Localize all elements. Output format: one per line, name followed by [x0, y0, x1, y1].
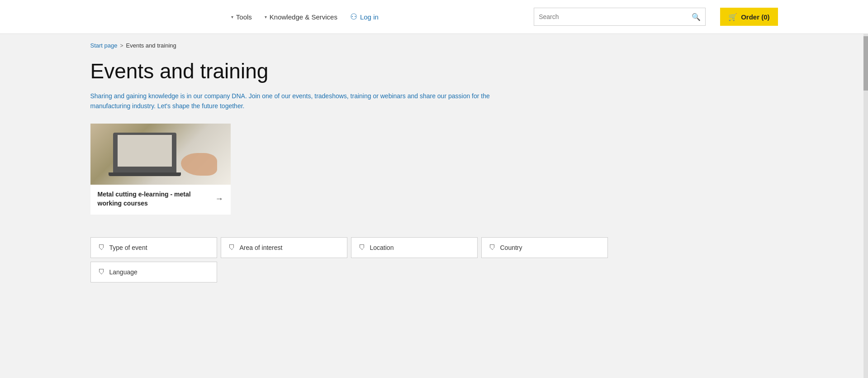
filter-row-1: ⛉ Type of event ⛉ Area of interest ⛉ Loc… — [90, 237, 778, 258]
scrollbar-track[interactable] — [863, 0, 868, 378]
search-box[interactable]: 🔍 — [534, 8, 706, 26]
filter-type-of-event[interactable]: ⛉ Type of event — [90, 237, 217, 258]
breadcrumb-separator: > — [120, 43, 123, 49]
search-input[interactable] — [539, 13, 692, 20]
filter-country-label: Country — [500, 244, 522, 251]
card-arrow-icon: → — [215, 194, 223, 204]
breadcrumb-start[interactable]: Start page — [90, 42, 118, 49]
page-description: Sharing and gaining knowledge is in our … — [90, 91, 498, 111]
search-icon[interactable]: 🔍 — [692, 13, 701, 21]
filter-location[interactable]: ⛉ Location — [351, 237, 478, 258]
nav-knowledge-label: Knowledge & Services — [270, 13, 337, 21]
card-grid: Metal cutting e-learning - metal working… — [90, 124, 778, 214]
laptop-icon — [113, 133, 176, 173]
filter-section: ⛉ Type of event ⛉ Area of interest ⛉ Loc… — [90, 237, 778, 282]
filter-language[interactable]: ⛉ Language — [90, 262, 217, 282]
nav-tools[interactable]: ▾ Tools — [231, 13, 252, 21]
card-body[interactable]: Metal cutting e-learning - metal working… — [90, 185, 231, 214]
laptop-base — [109, 172, 181, 176]
nav-tools-label: Tools — [236, 13, 252, 21]
nav-knowledge[interactable]: ▾ Knowledge & Services — [265, 13, 337, 21]
scrollbar-thumb[interactable] — [863, 36, 868, 91]
funnel-icon-country: ⛉ — [489, 244, 496, 251]
card-image-placeholder — [90, 124, 231, 185]
tools-chevron-icon: ▾ — [231, 14, 233, 19]
nav-login[interactable]: ⚇ Log in — [350, 12, 379, 22]
breadcrumb: Start page > Events and training — [72, 34, 796, 49]
event-card[interactable]: Metal cutting e-learning - metal working… — [90, 124, 231, 214]
funnel-icon-type: ⛉ — [98, 244, 105, 251]
breadcrumb-current: Events and training — [126, 42, 176, 49]
main-nav: ▾ Tools ▾ Knowledge & Services ⚇ Log in — [90, 12, 520, 22]
filter-location-label: Location — [370, 244, 394, 251]
filter-language-label: Language — [109, 268, 138, 276]
main-content: Events and training Sharing and gaining … — [72, 60, 796, 282]
card-image — [90, 124, 231, 185]
person-icon: ⚇ — [350, 12, 357, 22]
nav-login-label: Log in — [360, 13, 379, 21]
laptop-screen — [118, 135, 172, 167]
order-button-label: Order (0) — [741, 13, 769, 21]
funnel-icon-language: ⛉ — [98, 268, 105, 276]
page-title: Events and training — [90, 60, 778, 83]
knowledge-chevron-icon: ▾ — [265, 14, 267, 19]
filter-area-of-interest[interactable]: ⛉ Area of interest — [221, 237, 347, 258]
filter-area-label: Area of interest — [240, 244, 283, 251]
funnel-icon-area: ⛉ — [228, 244, 235, 251]
card-title: Metal cutting e-learning - metal working… — [98, 190, 211, 208]
funnel-icon-location: ⛉ — [359, 244, 365, 251]
cart-icon: 🛒 — [728, 13, 737, 21]
order-button[interactable]: 🛒 Order (0) — [720, 8, 778, 26]
hand-visual — [181, 153, 217, 176]
filter-country[interactable]: ⛉ Country — [481, 237, 608, 258]
site-header: ▾ Tools ▾ Knowledge & Services ⚇ Log in … — [0, 0, 868, 34]
filter-row-2: ⛉ Language — [90, 262, 778, 282]
filter-type-label: Type of event — [109, 244, 147, 251]
